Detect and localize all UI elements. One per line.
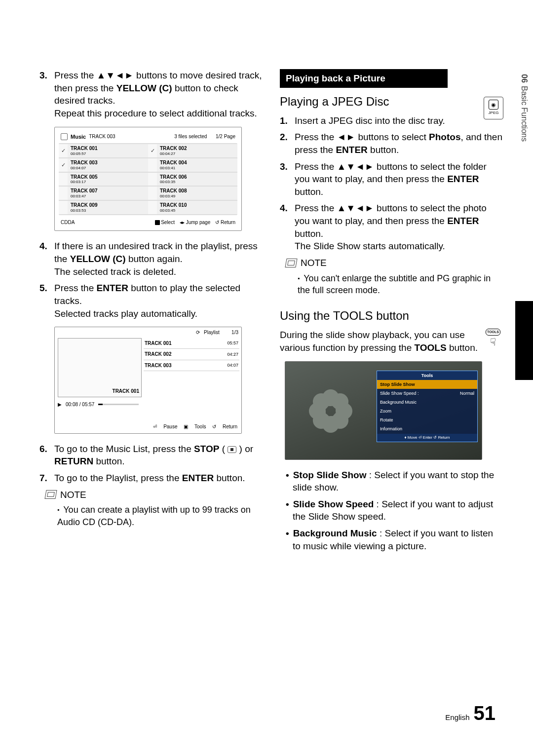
right-column: Playing back a Picture ◉ JPEG Playing a … xyxy=(280,69,503,556)
jpeg-step-2: 2.Press the ◄► buttons to select Photos,… xyxy=(280,131,503,156)
step-3: 3. Press the ▲▼◄► buttons to move desire… xyxy=(39,69,263,120)
note-icon xyxy=(285,259,297,267)
note-right-text: You can't enlarge the subtitle and PG gr… xyxy=(298,272,503,297)
bullet-music: Background Music : Select if you want to… xyxy=(286,527,503,552)
heading-jpeg: Playing a JPEG Disc xyxy=(280,95,503,109)
music-list-figure: Music TRACK 003 3 files selected 1/2 Pag… xyxy=(54,127,242,231)
jpeg-step-1: 1.Insert a JPEG disc into the disc tray. xyxy=(280,114,480,127)
side-tab: 06 Basic Functions xyxy=(515,74,533,183)
note-left-text: You can create a playlist with up to 99 … xyxy=(57,504,263,528)
bullet-stop: Stop Slide Show : Select if you want to … xyxy=(286,469,503,494)
hand-icon: ☟ xyxy=(490,336,496,349)
left-column: 3. Press the ▲▼◄► buttons to move desire… xyxy=(39,69,263,556)
note-icon xyxy=(44,490,57,499)
page-footer: English 51 xyxy=(445,700,495,726)
tools-paragraph: During the slide show playback, you can … xyxy=(280,329,503,354)
bullet-speed: Slide Show Speed : Select if you want to… xyxy=(286,498,503,523)
jpeg-step-3: 3.Press the ▲▼◄► buttons to select the f… xyxy=(280,160,503,198)
jpeg-disc-badge: ◉ JPEG xyxy=(484,97,503,119)
playlist-figure: ⟳Playlist 1/3 TRACK 001 ▶00:08 / 05:57 T… xyxy=(54,327,242,434)
tools-button-badge: TOOLS ☟ xyxy=(483,329,503,356)
section-header: Playing back a Picture xyxy=(280,69,448,88)
thumb-index xyxy=(515,301,533,380)
step-5: 5. Press the ENTER button to play the se… xyxy=(39,282,263,320)
stop-icon xyxy=(228,446,236,453)
step-7: 7. To go to the Playlist, press the ENTE… xyxy=(39,472,263,485)
heading-tools: Using the TOOLS button xyxy=(280,309,503,323)
step-4: 4. If there is an undesired track in the… xyxy=(39,240,263,278)
step-6: 6. To go to the Music List, press the ST… xyxy=(39,443,263,468)
check-cell: ✓ xyxy=(59,144,68,157)
jpeg-step-4: 4.Press the ▲▼◄► buttons to select the p… xyxy=(280,202,503,253)
tools-menu-figure: Tools Stop Slide Show Slide Show Speed :… xyxy=(285,361,482,460)
note-right: NOTE xyxy=(286,257,503,269)
note-left: NOTE xyxy=(45,489,263,501)
c-key-icon xyxy=(155,220,160,225)
flower-image xyxy=(309,389,352,433)
album-art: TRACK 001 xyxy=(58,338,142,397)
music-icon xyxy=(61,133,68,140)
tools-menu: Tools Stop Slide Show Slide Show Speed :… xyxy=(377,371,478,443)
